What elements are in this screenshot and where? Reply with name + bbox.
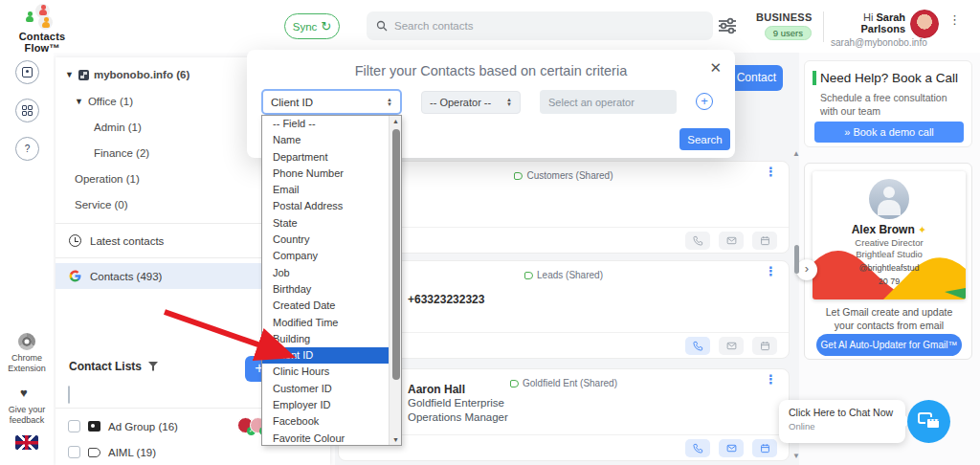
select-arrows-icon: ▲▼ [506,98,512,107]
card-menu-icon[interactable]: ⋮ [765,269,777,274]
email-button[interactable] [719,337,744,355]
label-tag-icon [524,272,533,279]
calendar-button[interactable] [752,232,777,250]
dropdown-option[interactable]: Building [262,331,401,347]
tree-item-finance[interactable]: Finance (2) [94,147,149,159]
dropdown-option[interactable]: Department [262,149,401,166]
dropdown-option[interactable]: Clinic Hours [262,364,401,380]
caret-down-icon[interactable]: ▼ [75,97,83,106]
scrollbar-thumb[interactable] [794,245,799,274]
chat-launcher-button[interactable] [907,400,950,443]
kebab-menu-icon[interactable]: ⋮ [948,17,961,23]
caret-down-icon[interactable]: ▼ [65,70,74,79]
label-tag-icon [88,448,100,457]
dropdown-option[interactable]: Company [262,248,401,264]
funnel-icon[interactable] [148,362,158,371]
feedback-label[interactable]: Give your feedback [0,405,54,426]
tree-label: Service (0) [75,199,128,210]
card-menu-icon[interactable]: ⋮ [765,377,777,382]
tree-item-admin[interactable]: Admin (1) [94,122,142,133]
dropdown-option[interactable]: Facebook [262,413,401,430]
accent-bar [813,71,816,85]
shared-tag: Customers (Shared) [339,170,789,181]
scrollbar-thumb[interactable] [392,129,400,380]
filter-sliders-icon[interactable] [718,17,737,34]
operator-select[interactable]: -- Operator -- ▲▼ [421,91,521,114]
calendar-button[interactable] [752,337,777,355]
search-input[interactable] [394,20,672,32]
dropdown-option[interactable]: Postal Address [262,198,401,214]
language-flag[interactable] [15,435,38,450]
contact-card-row[interactable]: Goldfield Ent (Shared) ⋮ Aaron Hall Gold… [338,368,790,461]
chrome-extension-label[interactable]: Chrome Extension [0,353,54,374]
help-icon[interactable]: ? [15,137,39,161]
search-icon [376,20,388,32]
tree-item-office[interactable]: ▼ Office (1) [75,96,133,107]
checkbox[interactable] [68,420,80,432]
clock-icon [69,234,81,247]
dropdown-option[interactable]: Phone Number [262,166,401,182]
gmail-updater-button[interactable]: Get AI Auto-Updater for Gmail™ [816,334,962,356]
card-menu-icon[interactable]: ⋮ [765,169,777,174]
people-cluster-icon [23,4,61,31]
dropdown-option[interactable]: Employer ID [262,397,401,413]
google-g-icon [69,270,81,282]
scroll-down-icon[interactable]: ▼ [792,452,800,460]
search-button[interactable]: Search [679,128,730,150]
select-all-checkbox[interactable] [68,387,70,404]
field-dropdown: -- Field -- Name Department Phone Number… [261,115,402,446]
address-book-icon[interactable] [15,60,39,84]
contact-name: Aaron Hall [408,383,465,396]
app-logo[interactable]: Contacts Flow™ [8,4,77,54]
chat-tooltip[interactable]: Click Here to Chat Now Online [779,400,905,443]
scroll-up-icon[interactable]: ▲ [390,118,402,124]
scroll-up-icon[interactable]: ▲ [792,149,800,158]
calendar-button[interactable] [752,439,777,457]
dropdown-option[interactable]: Country [262,232,401,248]
checkbox[interactable] [68,446,80,458]
scroll-down-icon[interactable]: ▼ [390,436,402,443]
book-demo-button[interactable]: » Book a demo call [814,122,964,143]
dropdown-option[interactable]: Customer ID [262,381,401,397]
add-criteria-icon[interactable]: + [696,93,713,110]
close-icon[interactable]: ✕ [709,59,722,77]
gmail-promo-card: Alex Brown ✦ Creative Director Brightlea… [804,163,972,360]
dropdown-option[interactable]: Name [262,132,401,148]
users-badge: 9 users [765,26,812,40]
dropdown-option[interactable]: Favorite Colour [262,431,401,447]
email-button[interactable] [719,439,744,457]
contact-card-row[interactable]: Leads (Shared) ⋮ +63323232323 [338,260,790,359]
tree-item-service[interactable]: Service (0) [75,199,128,210]
operand-input[interactable] [540,90,677,114]
contact-card-row[interactable]: Customers (Shared) ⋮ [338,161,790,254]
dropdown-option-selected[interactable]: Client ID [262,347,401,364]
modal-title: Filter your Contacts based on certain cr… [247,63,735,78]
email-button[interactable] [719,232,744,250]
call-button[interactable] [685,337,710,355]
dropdown-option[interactable]: -- Field -- [262,116,401,132]
contact-role: Operations Manager [408,411,508,423]
field-select[interactable]: Client ID ▲▼ [261,89,402,115]
dropdown-option[interactable]: Email [262,182,401,198]
profile-name: Alex Brown ✦ [813,223,966,236]
tree-item-domain[interactable]: ▼ mybonobo.info (6) [65,69,189,80]
tree-item-operation[interactable]: Operation (1) [75,173,140,185]
call-button[interactable] [685,439,710,457]
sync-button[interactable]: Sync ↻ [284,13,340,39]
app-screen: Contacts Flow™ Sync ↻ BUSINESS 9 users H… [0,0,980,465]
chrome-icon[interactable] [18,333,35,350]
dropdown-option[interactable]: Birthday [262,281,401,298]
heart-icon[interactable]: ♥ [20,386,28,400]
dropdown-scrollbar[interactable]: ▲ ▼ [389,116,401,445]
dropdown-option[interactable]: State [262,215,401,232]
user-avatar[interactable] [910,10,939,38]
help-card: Need Help? Book a Call Schedule a free c… [804,60,972,147]
dropdown-option[interactable]: Job [262,265,401,281]
call-button[interactable] [685,232,710,250]
user-block: Hi Sarah Parlsons sarah@mybonobo.info [831,11,905,48]
apps-grid-icon[interactable] [15,99,39,122]
chat-status: Online [789,421,896,432]
dropdown-option[interactable]: Created Date [262,298,401,314]
user-email: sarah@mybonobo.info [831,37,905,48]
dropdown-option[interactable]: Modified Time [262,315,401,331]
